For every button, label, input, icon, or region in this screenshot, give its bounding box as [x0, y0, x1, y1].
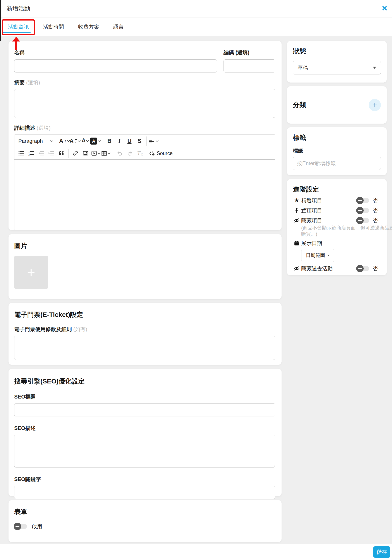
status-select[interactable]: 草稿 [293, 61, 381, 75]
pinned-toggle[interactable] [357, 208, 369, 213]
eticket-card-title: 電子門票(E-Ticket)設定 [14, 310, 275, 319]
summary-label: 摘要 (選填) [14, 79, 275, 86]
bulleted-list-button[interactable] [16, 148, 26, 158]
insert-image-button[interactable] [81, 148, 91, 158]
chevron-down-icon [50, 139, 53, 142]
media-embed-button[interactable] [91, 148, 101, 158]
hidden-toggle[interactable] [357, 218, 369, 223]
tab-bar: 活動資訊 活動時間 收費方案 語言 [0, 18, 392, 36]
category-card-title: 分類 [293, 101, 306, 109]
featured-toggle[interactable] [357, 198, 369, 203]
pin-icon [293, 208, 300, 213]
tab-activity-time[interactable]: 活動時間 [41, 23, 66, 30]
seo-title-input[interactable] [14, 403, 275, 416]
text-lines-icon [75, 139, 77, 143]
indent-button[interactable] [46, 148, 56, 158]
tab-language[interactable]: 語言 [111, 23, 126, 30]
font-family-button[interactable]: A [69, 136, 80, 146]
bold-button[interactable]: B [104, 136, 114, 146]
hide-past-label: 隱藏過去活動 [301, 265, 333, 272]
blockquote-button[interactable] [56, 148, 66, 158]
add-category-button[interactable]: + [369, 99, 381, 111]
close-icon [382, 5, 387, 11]
description-label-text: 詳細描述 [14, 125, 35, 131]
date-range-value: 日期範圍 [306, 252, 325, 259]
seo-description-textarea[interactable] [14, 435, 275, 467]
eticket-terms-textarea[interactable] [14, 336, 275, 360]
status-card: 狀態 草稿 [287, 41, 387, 83]
pinned-toggle-state: 否 [373, 207, 378, 214]
paragraph-dropdown[interactable]: Paragraph [16, 136, 55, 146]
active-tab-underline [2, 32, 31, 33]
hidden-label: 隱藏項目 [301, 217, 322, 224]
add-image-button[interactable]: + [14, 256, 48, 289]
page-edge-line [0, 0, 1, 41]
calendar-icon [293, 240, 300, 246]
toggle-knob [356, 207, 364, 214]
advanced-settings-card: 進階設定 ★ 精選項目 否 置頂項目 否 [287, 179, 387, 275]
hidden-note: (商品不會顯示於商店頁面，但可透過商品連結購買。) [301, 225, 392, 237]
eticket-terms-optional-text: (如有) [73, 326, 87, 332]
eye-slash-icon [293, 218, 300, 224]
table-icon [101, 150, 107, 156]
hide-past-row: 隱藏過去活動 否 [293, 265, 381, 272]
pinned-label: 置頂項目 [301, 207, 322, 214]
underline-button[interactable]: U [124, 136, 135, 146]
hide-past-toggle[interactable] [357, 266, 369, 271]
name-input[interactable] [14, 59, 217, 73]
insert-table-button[interactable] [101, 148, 111, 158]
svg-text:2: 2 [28, 154, 30, 156]
tags-input[interactable] [293, 157, 381, 170]
media-icon [91, 150, 97, 156]
toggle-knob [14, 523, 21, 530]
editor-content-area[interactable] [14, 160, 275, 230]
outdent-button[interactable] [36, 148, 46, 158]
alignment-button[interactable] [149, 136, 159, 146]
link-button[interactable] [71, 148, 81, 158]
numbered-list-icon: 12 [28, 150, 34, 156]
eticket-settings-card: 電子門票(E-Ticket)設定 電子門票使用條款及細則 (如有) [9, 303, 282, 365]
tab-pricing-plan[interactable]: 收費方案 [76, 23, 101, 30]
featured-label: 精選項目 [301, 197, 322, 204]
page-title: 新增活動 [7, 5, 30, 12]
annotation-arrow-stem [15, 41, 17, 50]
source-button[interactable]: Source [149, 148, 173, 158]
save-button[interactable]: 儲存 [373, 546, 390, 558]
date-range-select[interactable]: 日期範圍 [301, 249, 334, 262]
image-icon [83, 150, 88, 156]
seo-settings-card: 搜尋引擎(SEO)優化設定 SEO標題 SEO描述 SEO關鍵字 [9, 369, 282, 496]
undo-button[interactable] [115, 148, 125, 158]
italic-button[interactable]: I [114, 136, 124, 146]
close-button[interactable] [380, 4, 389, 13]
blockquote-icon [59, 151, 64, 156]
description-optional-text: (選填) [37, 125, 51, 131]
source-button-label: Source [157, 150, 173, 156]
right-column: 狀態 草稿 分類 + 標籤 標籤 進階設定 [287, 41, 387, 544]
featured-row: ★ 精選項目 否 [293, 197, 381, 204]
font-color-button[interactable]: A [80, 136, 90, 146]
form-enable-toggle[interactable] [14, 524, 27, 529]
numbered-list-button[interactable]: 12 [26, 148, 36, 158]
code-input[interactable] [224, 59, 275, 73]
indent-icon [48, 150, 54, 156]
star-icon: ★ [293, 197, 300, 203]
status-card-title: 狀態 [293, 47, 381, 56]
seo-keywords-input[interactable] [14, 486, 275, 499]
redo-button[interactable] [125, 148, 135, 158]
caret-down-icon [327, 255, 330, 256]
bulleted-list-icon [18, 150, 24, 156]
new-activity-modal: 新增活動 活動資訊 活動時間 收費方案 語言 名稱 [0, 0, 392, 559]
font-background-button[interactable]: A [90, 136, 100, 146]
summary-textarea[interactable] [14, 89, 275, 118]
strikethrough-button[interactable]: S [135, 136, 145, 146]
caret-down-icon [373, 67, 376, 69]
source-code-icon [149, 150, 155, 156]
undo-icon [117, 150, 123, 156]
paragraph-dropdown-value: Paragraph [18, 138, 43, 144]
category-card: 分類 + [287, 86, 387, 124]
remove-format-button[interactable]: Tx [135, 148, 145, 158]
font-size-button[interactable]: A↕ [59, 136, 69, 146]
tab-activity-info[interactable]: 活動資訊 [6, 23, 31, 30]
activity-info-card: 名稱 編碼 (選填) 摘要 (選填) [9, 41, 282, 230]
status-select-value: 草稿 [298, 64, 308, 71]
